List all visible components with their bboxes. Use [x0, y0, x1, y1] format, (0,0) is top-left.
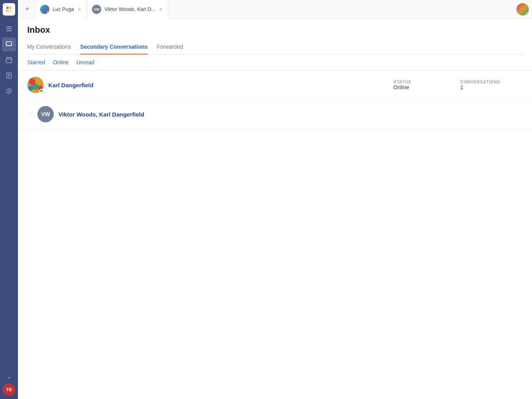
sidebar-icon-notes[interactable]	[2, 69, 16, 83]
svg-rect-8	[6, 58, 12, 63]
conversation-list: Karl Dangerfield STATUS Online CONVERSAT…	[18, 71, 532, 399]
tab-avatar-viktor: VW	[92, 5, 101, 14]
sidebar-bottom: » TB	[3, 375, 15, 396]
svg-rect-5	[6, 28, 12, 29]
conv-count-karl: CONVERSATIONS 1	[460, 79, 523, 90]
svg-rect-4	[6, 26, 12, 27]
filter-bar: Starred Online Unread	[18, 55, 532, 71]
filter-online[interactable]: Online	[53, 59, 69, 65]
add-tab-button[interactable]: +	[21, 3, 33, 16]
top-right-user-avatar[interactable]	[516, 3, 529, 16]
tab-label-luc: Luc Puga	[53, 6, 74, 12]
tab-avatar-luc	[40, 5, 49, 14]
filter-unread[interactable]: Unread	[76, 59, 94, 65]
status-value-karl: Online	[393, 84, 456, 90]
conv-name-viktor: Viktor Woods, Karl Dangerfield	[58, 111, 523, 118]
conversations-count-karl: 1	[460, 84, 523, 90]
page-header: Inbox My Conversations Secondary Convers…	[18, 19, 532, 55]
svg-rect-1	[9, 7, 12, 9]
close-tab-luc[interactable]: ×	[77, 5, 82, 13]
avatar-viktor: VW	[37, 106, 54, 122]
svg-point-17	[8, 90, 10, 92]
app-logo[interactable]	[3, 3, 15, 16]
user-avatar-bottom[interactable]: TB	[3, 383, 15, 396]
close-tab-viktor[interactable]: ×	[159, 5, 163, 13]
conversation-row-karl[interactable]: Karl Dangerfield STATUS Online CONVERSAT…	[18, 71, 532, 100]
conv-status-karl: STATUS Online	[393, 79, 456, 90]
svg-rect-3	[9, 10, 12, 12]
tab-luc-puga[interactable]: Luc Puga ×	[35, 0, 87, 19]
tab-secondary-conversations[interactable]: Secondary Conversations	[80, 40, 148, 55]
filter-starred[interactable]: Starred	[27, 59, 45, 65]
main-tabs: My Conversations Secondary Conversations…	[27, 40, 523, 55]
sidebar: » TB	[0, 0, 18, 399]
tab-forwarded[interactable]: Forwarded	[157, 40, 183, 55]
conversations-label: CONVERSATIONS	[460, 79, 523, 84]
main-area: + Luc Puga × VW Viktor Woods, Karl D... …	[18, 0, 532, 399]
status-label: STATUS	[393, 79, 456, 84]
page-title: Inbox	[27, 25, 523, 35]
star-button-viktor[interactable]: ☆	[27, 111, 33, 118]
sidebar-icon-podcast[interactable]	[2, 84, 16, 98]
collapse-button[interactable]: »	[8, 375, 11, 380]
avatar-karl	[27, 77, 44, 93]
tab-my-conversations[interactable]: My Conversations	[27, 40, 71, 55]
svg-rect-2	[6, 10, 9, 12]
tab-viktor-karl[interactable]: VW Viktor Woods, Karl D... ×	[87, 0, 168, 19]
conversation-row-viktor[interactable]: ☆ VW Viktor Woods, Karl Dangerfield	[18, 100, 532, 129]
page-content: Inbox My Conversations Secondary Convers…	[18, 19, 532, 399]
tab-bar: + Luc Puga × VW Viktor Woods, Karl D... …	[18, 0, 532, 19]
tab-label-viktor: Viktor Woods, Karl D...	[104, 6, 155, 12]
conv-name-karl: Karl Dangerfield	[48, 82, 389, 88]
sidebar-icon-inbox[interactable]	[2, 37, 16, 51]
svg-rect-0	[6, 7, 9, 9]
svg-rect-6	[6, 30, 12, 31]
sidebar-icon-calendar[interactable]	[2, 53, 16, 67]
sidebar-icon-list[interactable]	[2, 22, 16, 36]
